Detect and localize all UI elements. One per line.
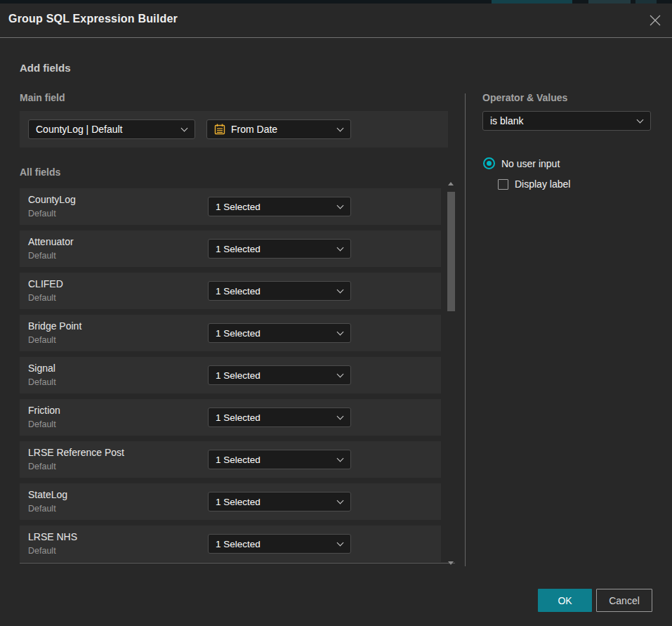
operator-value: is blank [490,115,523,126]
field-row: Friction Default 1 Selected [20,399,441,436]
field-selected-value: 1 Selected [216,455,261,465]
main-field-layer-value: CountyLog | Default [36,124,123,135]
field-selected-dropdown[interactable]: 1 Selected [208,323,351,343]
display-label-label: Display label [515,178,570,190]
field-selected-dropdown[interactable]: 1 Selected [208,281,351,301]
main-field-panel: CountyLog | Default From Date [20,111,448,148]
add-fields-heading: Add fields [20,62,71,74]
main-field-label: Main field [20,92,65,103]
checkbox-unchecked-icon [498,179,508,190]
cancel-button[interactable]: Cancel [596,589,652,612]
field-selected-dropdown[interactable]: 1 Selected [208,407,351,427]
field-subtitle: Default [28,293,56,303]
field-subtitle: Default [28,335,56,345]
field-subtitle: Default [28,504,56,514]
main-field-layer-dropdown[interactable]: CountyLog | Default [28,119,195,139]
field-subtitle: Default [28,546,56,556]
field-name: LRSE NHS [28,531,77,542]
chevron-down-icon [337,125,344,132]
no-user-input-radio[interactable]: No user input [483,157,560,169]
no-user-input-label: No user input [501,158,560,169]
operator-dropdown[interactable]: is blank [482,111,651,131]
field-row: Bridge Point Default 1 Selected [20,315,441,351]
panel-divider [465,93,466,566]
field-selected-dropdown[interactable]: 1 Selected [208,365,351,385]
display-label-checkbox[interactable]: Display label [498,178,570,190]
field-row: Signal Default 1 Selected [20,357,441,393]
field-selected-value: 1 Selected [216,412,261,423]
field-name: CLIFED [28,278,63,289]
field-selected-value: 1 Selected [216,328,261,339]
field-selected-dropdown[interactable]: 1 Selected [208,239,351,259]
screen: Group SQL Expression Builder Add fields … [0,0,672,626]
field-row: LRSE NHS Default 1 Selected [20,526,441,562]
chevron-down-icon [637,117,644,124]
field-row: LRSE Reference Post Default 1 Selected [20,441,441,478]
calendar-icon [214,124,225,135]
fields-scrollbar[interactable] [447,179,456,567]
close-icon [648,13,662,27]
field-row: CLIFED Default 1 Selected [20,273,441,309]
field-selected-dropdown[interactable]: 1 Selected [208,197,351,216]
field-row: Attenuator Default 1 Selected [20,230,441,267]
field-subtitle: Default [28,209,56,219]
chevron-down-icon [337,497,344,504]
field-selected-value: 1 Selected [216,370,261,381]
scroll-up-arrow-icon[interactable] [448,182,454,185]
chevron-down-icon [337,202,344,209]
operator-values-heading: Operator & Values [482,92,567,103]
chevron-down-icon [337,540,344,547]
all-fields-label: All fields [20,167,60,178]
chevron-down-icon [337,413,344,420]
chevron-down-icon [337,371,344,378]
field-subtitle: Default [28,251,56,261]
field-name: Attenuator [28,236,74,247]
field-subtitle: Default [28,377,56,387]
field-subtitle: Default [28,419,56,429]
chevron-down-icon [337,287,344,294]
field-name: Friction [28,405,60,416]
chevron-down-icon [181,125,188,132]
dialog-title: Group SQL Expression Builder [8,13,178,25]
all-fields-list: CountyLog Default 1 Selected Attenuator … [20,188,441,568]
field-selected-value: 1 Selected [216,244,261,254]
field-subtitle: Default [28,462,56,471]
group-sql-expression-builder-dialog: Group SQL Expression Builder Add fields … [0,4,672,626]
radio-selected-icon [483,157,495,169]
close-button[interactable] [646,11,664,30]
dialog-header: Group SQL Expression Builder [0,4,672,38]
field-selected-dropdown[interactable]: 1 Selected [208,450,351,469]
field-name: Signal [28,363,55,374]
scrollbar-thumb[interactable] [447,192,455,311]
field-name: StateLog [28,489,67,500]
chevron-down-icon [337,455,344,462]
field-row: CountyLog Default 1 Selected [20,188,441,225]
field-selected-value: 1 Selected [216,286,261,296]
field-selected-dropdown[interactable]: 1 Selected [208,492,351,511]
field-selected-value: 1 Selected [216,202,261,212]
field-row: StateLog Default 1 Selected [20,483,441,520]
field-name: Bridge Point [28,320,81,332]
list-bottom-border [20,563,455,563]
main-field-field-value: From Date [231,124,277,135]
field-name: LRSE Reference Post [28,447,124,458]
field-selected-dropdown[interactable]: 1 Selected [208,534,351,554]
chevron-down-icon [337,244,344,252]
chevron-down-icon [337,329,344,336]
ok-button[interactable]: OK [538,589,592,612]
field-name: CountyLog [28,194,76,205]
main-field-field-dropdown[interactable]: From Date [206,119,351,139]
scroll-down-arrow-icon[interactable] [448,561,454,565]
field-selected-value: 1 Selected [216,539,261,549]
field-selected-value: 1 Selected [216,497,261,507]
